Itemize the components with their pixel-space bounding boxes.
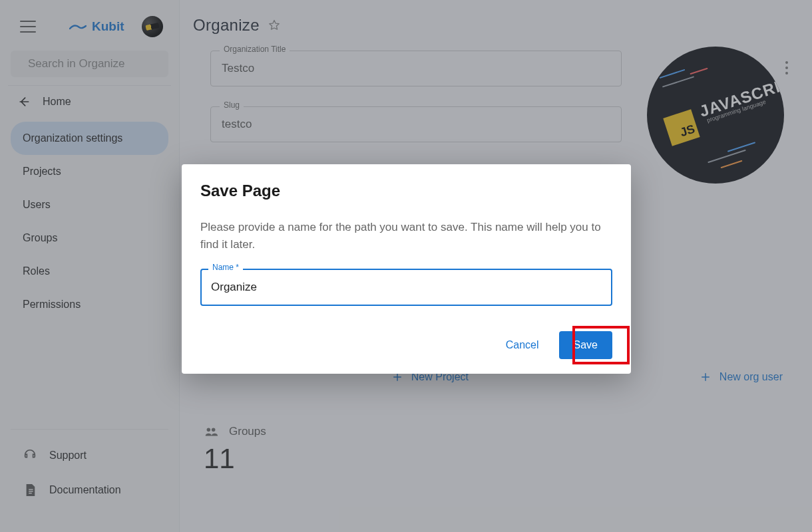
save-button[interactable]: Save — [559, 331, 612, 359]
modal-body: Please provide a name for the path you w… — [200, 219, 612, 254]
modal-actions: Cancel Save — [200, 331, 612, 359]
modal-name-field[interactable]: Name * — [200, 269, 612, 306]
save-page-modal: Save Page Please provide a name for the … — [182, 164, 631, 374]
modal-title: Save Page — [200, 182, 612, 200]
modal-name-label: Name * — [208, 263, 243, 272]
cancel-button[interactable]: Cancel — [497, 332, 548, 358]
modal-name-input[interactable] — [200, 269, 612, 306]
